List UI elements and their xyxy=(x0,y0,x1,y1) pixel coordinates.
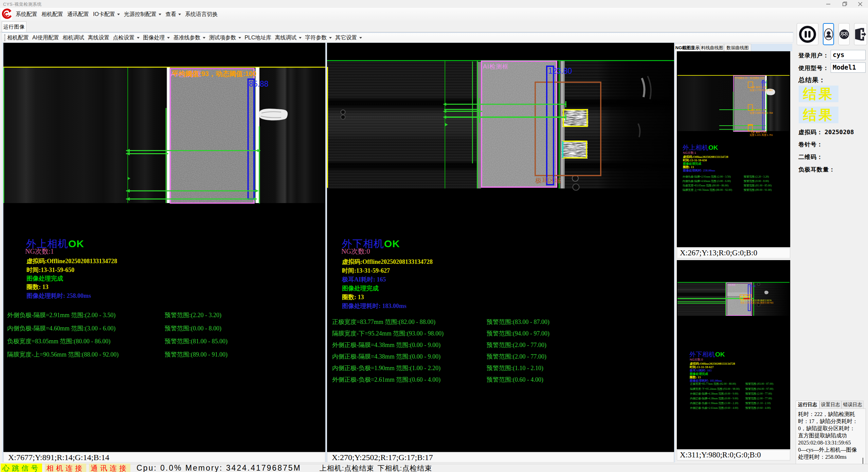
dropdown-arrow-icon xyxy=(159,14,161,15)
left-meas-row-warn: 预警范围:(0.00 - 8.00) xyxy=(165,324,221,332)
menu-item-4[interactable]: 光源控制配置 xyxy=(122,10,163,19)
dropdown-arrow-icon xyxy=(329,37,332,39)
menu-item-label: IO卡配置 xyxy=(93,11,115,18)
menu-item-6[interactable]: 系统语言切换 xyxy=(183,10,220,19)
run-log-content[interactable]: 耗时：222，缺陷检测耗 时：17，缺陷分类耗时： 0，缺陷提取分区耗时： 直方… xyxy=(796,409,866,471)
left-cursor-status: X:7677;Y:891;R:14;G:14;B:14 xyxy=(3,452,325,462)
user-icon xyxy=(824,28,833,40)
toolbar-item-0[interactable]: 相机配置 xyxy=(5,33,31,42)
left-meas-row: 外侧负极-隔膜=2.91mm 范围:(2.00 - 3.50) xyxy=(7,311,115,319)
maximize-button[interactable] xyxy=(837,0,852,8)
left-meas-row: 负极宽度=83.05mm 范围:(80.00 - 86.00) xyxy=(7,337,110,345)
menu-item-2[interactable]: 通讯配置 xyxy=(65,10,91,19)
current-user-button[interactable] xyxy=(823,23,834,45)
preview1-cursor-status: X:267;Y:13;R:0;G:0;B:0 xyxy=(677,248,790,258)
p2-meas: 预警范围:(2.00 - 77.00) xyxy=(745,392,772,396)
tab-error-log[interactable]: 错误日志 xyxy=(842,401,864,409)
toolbar: 相机配置AI使用配置相机调试离线设置点检设置图像处理基准线参数测试项参数PLC地… xyxy=(2,32,793,43)
tab-ng-screenshot[interactable]: NG截图显示 xyxy=(675,44,700,51)
log-line: 处理耗时：258.00ms xyxy=(798,453,864,460)
toolbar-item-11[interactable]: 其它设置 xyxy=(333,33,364,42)
tab-data-chart[interactable]: 数据曲线图 xyxy=(724,44,751,51)
side-panel-tabs: NG截图显示 料线曲线图 数据曲线图 xyxy=(675,44,792,51)
log-line: 0，缺陷提取分区耗时： xyxy=(798,425,864,432)
menu-item-0[interactable]: 系统配置 xyxy=(14,10,39,19)
right-cursor-status: X:270;Y:2502;R:17;G:17;B:17 xyxy=(327,452,674,462)
dropdown-arrow-icon xyxy=(117,14,120,15)
right-loops: 圈数: 13 xyxy=(342,293,364,301)
preview2-cursor-status: X:311;Y:980;R:0;G:0;B:0 xyxy=(677,450,790,460)
qr-code-label: 二维码： xyxy=(798,153,823,161)
p2-tab-text: 宽度:1.90 高度:2.61 面积:0.60 NG xyxy=(740,302,774,305)
heartbeat-status: 心跳信号 xyxy=(1,464,42,472)
tab-run-log[interactable]: 运行日志 xyxy=(796,401,819,409)
toolbar-item-10[interactable]: 字符参数 xyxy=(303,33,333,42)
log-caret xyxy=(863,458,863,464)
log-line: 耗时：222，缺陷检测耗 xyxy=(798,411,864,418)
result-indicator-lower: 结果 xyxy=(799,107,838,123)
login-user-label: 登录用户： xyxy=(798,52,829,59)
menu-item-5[interactable]: 查看 xyxy=(163,10,183,19)
minimize-button[interactable] xyxy=(820,0,836,8)
left-meas-row-warn: 预警范围:(2.20 - 3.20) xyxy=(165,311,221,319)
p1-blue-value: 85.88 xyxy=(761,81,767,84)
p2-meas: 预警范围:(2.00 - 77.00) xyxy=(745,397,772,400)
login-user-input[interactable]: cys xyxy=(831,50,866,60)
dropdown-arrow-icon xyxy=(137,37,140,39)
p1-meas: 负极宽度=83.05mm 范围:(80.00 - 86.00) xyxy=(683,184,728,187)
left-camera-view[interactable]: AI检测框 平均阈值:93，动态阈值:100 85.88 外上相机OK NG次数… xyxy=(3,43,325,452)
p2-blue-value: 123.80 xyxy=(749,285,756,287)
p2-ai-box-label: AI检测框 xyxy=(727,284,736,287)
exit-button[interactable] xyxy=(854,23,867,45)
left-ng-count: NG次数:1 xyxy=(25,247,54,256)
right-ai-time: 极耳AI耗时: 165 xyxy=(342,275,386,284)
dropdown-arrow-icon xyxy=(178,14,181,15)
p1-meas: 外侧负极-隔膜=2.91mm 范围:(2.00 - 3.50) xyxy=(683,175,731,179)
neg-tab-count-label: 负极耳数量： xyxy=(798,166,835,174)
right-camera-view[interactable]: AI检测框 123.80 极耳区域 外下相机OK NG次数:0 虚拟码:Offl… xyxy=(327,43,674,452)
tab-run-image[interactable]: 运行图像 xyxy=(2,21,26,32)
toolbar-item-label: 离线调试 xyxy=(275,34,296,41)
left-elapsed: 图像处理耗时: 258.00ms xyxy=(26,292,91,300)
right-meas-row: 内侧正极-负极=1.90mm 范围:(1.00 - 2.20) xyxy=(332,364,440,372)
toolbar-item-2[interactable]: 相机调试 xyxy=(61,33,86,42)
toolbar-item-4[interactable]: 点检设置 xyxy=(111,33,141,42)
toolbar-item-6[interactable]: 基准线参数 xyxy=(171,33,207,42)
dropdown-arrow-icon xyxy=(203,37,205,39)
tab-settings-log[interactable]: 设置日志 xyxy=(819,401,842,409)
right-time: 时间:13-31-59-627 xyxy=(342,267,390,275)
p2-meas: 预警范围:(83.00 - 87.00) xyxy=(745,382,773,386)
exit-icon xyxy=(855,28,866,41)
ng-preview-upper[interactable]: 平均阈值:93，动态阈值:100 85.88 飞浆 面积:1.226 宽度:1.… xyxy=(677,51,790,247)
toolbar-item-5[interactable]: 图像处理 xyxy=(141,33,171,42)
toolbar-item-3[interactable]: 离线设置 xyxy=(86,33,111,42)
right-blue-value: 123.80 xyxy=(548,67,572,76)
left-vcode: 虚拟码:Offline20250208133134728 xyxy=(26,257,117,265)
total-result-label: 总结果： xyxy=(798,76,826,85)
close-icon xyxy=(858,2,862,6)
menu-item-1[interactable]: 相机配置 xyxy=(39,10,65,19)
toolbar-item-1[interactable]: AI使用配置 xyxy=(31,33,61,42)
left-meas-row-warn: 预警范围:(89.00 - 91.00) xyxy=(165,350,228,359)
toolbar-item-label: 相机调试 xyxy=(62,34,84,41)
menu-item-3[interactable]: IO卡配置 xyxy=(91,10,122,19)
p2-title-text: 外下相机 xyxy=(689,351,715,358)
toolbar-item-7[interactable]: 测试项参数 xyxy=(207,33,243,42)
toolbar-item-8[interactable]: PLC地址库 xyxy=(243,33,273,42)
pause-button[interactable] xyxy=(797,23,818,45)
ng-preview-lower[interactable]: AI检测框 123.80 宽度:4.38 高度:0.95 面积:2.61% 宽度… xyxy=(677,260,790,449)
toolbar-items: 相机配置AI使用配置相机调试离线设置点检设置图像处理基准线参数测试项参数PLC地… xyxy=(5,33,364,42)
right-ng-count: NG次数:0 xyxy=(341,247,370,256)
right-meas-row: 正极宽度=83.77mm 范围:(82.00 - 88.00) xyxy=(332,318,435,326)
toolbar-item-label: AI使用配置 xyxy=(32,34,59,41)
panel-border-right xyxy=(674,43,675,462)
right-meas-row-warn: 预警范围:(1.10 - 2.10) xyxy=(487,364,543,372)
user-management-button[interactable] xyxy=(838,23,850,45)
tab-line-chart[interactable]: 料线曲线图 xyxy=(700,44,724,51)
model-input[interactable]: Model1 xyxy=(831,62,866,73)
toolbar-item-9[interactable]: 离线调试 xyxy=(273,33,303,42)
p1-defect-label: 宽度:1.221 高度:1.751 xyxy=(749,133,773,137)
right-done: 图像处理完成 xyxy=(342,284,379,292)
left-meas-row-warn: 预警范围:(81.00 - 85.00) xyxy=(165,337,228,345)
close-button[interactable] xyxy=(852,0,868,8)
